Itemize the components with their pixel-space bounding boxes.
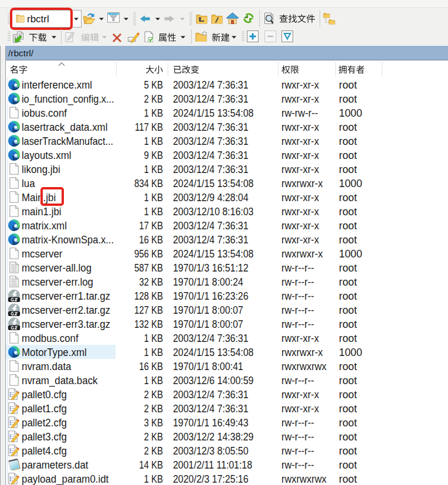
svg-text:x: x [129, 38, 131, 41]
